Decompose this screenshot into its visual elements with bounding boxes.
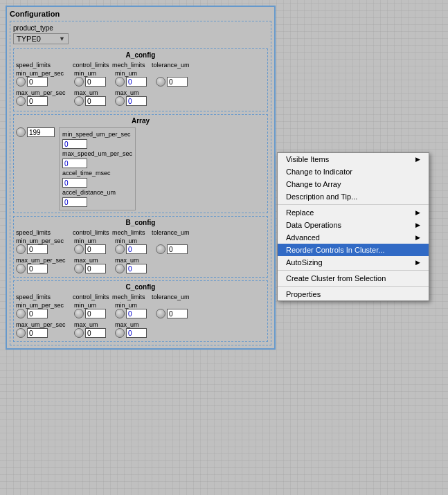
a-mech-min-group (115, 77, 147, 87)
a-speed-min-col: min_um_per_sec (16, 70, 71, 88)
c-config-headers: speed_limits control_limits mech_limits … (16, 294, 265, 300)
product-type-dropdown[interactable]: TYPE0 ▼ (13, 33, 69, 44)
menu-separator-1 (278, 204, 429, 205)
config-outer: product_type TYPE0 ▼ A_config speed_limi… (10, 21, 271, 345)
menu-item-advanced[interactable]: Advanced ▶ (278, 231, 429, 244)
c-ctrl-header: control_limits (73, 294, 111, 300)
a-tol-input[interactable] (167, 77, 188, 87)
a-max-row: max_um_per_sec max_um max_um (16, 89, 265, 107)
a-speed-min-group (16, 77, 48, 87)
menu-item-properties[interactable]: Properties (278, 288, 429, 300)
a-ctrl-max-input[interactable] (85, 96, 106, 106)
menu-item-data-operations[interactable]: Data Operations ▶ (278, 219, 429, 231)
a-speed-max-col: max_um_per_sec (16, 89, 71, 107)
knob-icon (74, 309, 84, 318)
c-ctrl-min-input[interactable] (85, 309, 106, 318)
knob-icon (74, 244, 84, 254)
c-config-title: C_config (16, 283, 265, 291)
knob-icon (74, 96, 84, 106)
context-menu: Visible Items ▶ Change to Indicator Chan… (277, 152, 429, 301)
menu-item-change-indicator[interactable]: Change to Indicator (278, 165, 429, 178)
max-speed-label: max_speed_um_per_sec (62, 150, 132, 157)
submenu-arrow-icon: ▶ (415, 156, 420, 163)
menu-separator-3 (278, 286, 429, 287)
b-ctrl-header: control_limits (73, 229, 111, 236)
b-mech-header: mech_limits (112, 229, 150, 236)
c-speed-min-input[interactable] (27, 309, 48, 318)
accel-time-input[interactable] (62, 178, 87, 188)
menu-item-description[interactable]: Description and Tip... (278, 190, 429, 203)
array-title: Array (16, 117, 265, 125)
c-mech-max-input[interactable] (126, 328, 147, 338)
array-index-input[interactable] (27, 127, 55, 137)
menu-item-create-cluster[interactable]: Create Cluster from Selection (278, 272, 429, 285)
knob-icon (115, 244, 125, 254)
dropdown-arrow-icon: ▼ (59, 35, 65, 42)
accel-time-label: accel_time_msec (62, 170, 132, 177)
b-speed-min-input[interactable] (27, 244, 48, 254)
b-min-row: min_um_per_sec min_um min_um (16, 237, 265, 255)
max-speed-input[interactable] (62, 159, 87, 168)
menu-item-change-array[interactable]: Change to Array (278, 178, 429, 190)
knob-icon (115, 77, 125, 87)
b-tol-input[interactable] (167, 244, 188, 254)
c-tol-header: tolerance_um (152, 294, 190, 300)
knob-icon (156, 309, 165, 318)
menu-separator-2 (278, 270, 429, 271)
tol-um-header: tolerance_um (152, 62, 190, 69)
knob-icon (16, 244, 26, 254)
mech-limits-header: mech_limits (112, 62, 150, 69)
knob-icon (16, 96, 26, 106)
a-config-section: A_config speed_limits control_limits mec… (13, 48, 268, 111)
c-mech-min-input[interactable] (126, 309, 147, 318)
b-tol-header: tolerance_um (152, 229, 190, 236)
knob-icon (16, 328, 26, 338)
knob-icon (115, 96, 125, 106)
a-ctrl-min-input[interactable] (85, 77, 106, 87)
c-speed-max-input[interactable] (27, 328, 48, 338)
c-min-row: min_um_per_sec min_um min_um (16, 302, 265, 320)
accel-dist-input[interactable] (62, 197, 87, 207)
a-ctrl-min-group (74, 77, 106, 87)
a-speed-min-input[interactable] (27, 77, 48, 87)
c-tol-input[interactable] (167, 309, 188, 318)
a-mech-max-group (115, 96, 147, 106)
c-ctrl-max-input[interactable] (85, 328, 106, 338)
array-index-box (16, 127, 55, 137)
submenu-arrow-icon: ▶ (415, 259, 420, 266)
b-config-section: B_config speed_limits control_limits mec… (13, 216, 268, 278)
menu-item-reorder-controls[interactable]: Reorder Controls In Cluster... (278, 244, 429, 256)
submenu-arrow-icon: ▶ (415, 209, 420, 216)
a-speed-max-input[interactable] (27, 96, 48, 106)
a-tol-group (156, 77, 188, 87)
submenu-arrow-icon: ▶ (415, 234, 420, 241)
submenu-arrow-icon: ▶ (415, 222, 420, 228)
menu-item-replace[interactable]: Replace ▶ (278, 206, 429, 219)
c-config-section: C_config speed_limits control_limits mec… (13, 280, 268, 342)
b-max-row: max_um_per_sec max_um max_um (16, 257, 265, 275)
b-speed-max-input[interactable] (27, 264, 48, 273)
array-inner: min_speed_um_per_sec max_speed_um_per_se… (16, 127, 265, 210)
a-config-title: A_config (16, 51, 265, 59)
min-speed-input[interactable] (62, 139, 87, 149)
b-ctrl-min-input[interactable] (85, 244, 106, 254)
a-mech-max-col: max_um (115, 89, 153, 107)
b-ctrl-max-input[interactable] (85, 264, 106, 273)
knob-icon (115, 264, 125, 273)
menu-item-visible-items[interactable]: Visible Items ▶ (278, 153, 429, 165)
a-mech-max-input[interactable] (126, 96, 147, 106)
b-mech-max-input[interactable] (126, 264, 147, 273)
knob-icon (16, 77, 26, 87)
b-mech-min-input[interactable] (126, 244, 147, 254)
menu-item-autosizing[interactable]: AutoSizing ▶ (278, 256, 429, 269)
a-mech-min-input[interactable] (126, 77, 147, 87)
c-speed-header: speed_limits (16, 294, 71, 300)
knob-icon (74, 264, 84, 273)
product-type-section: product_type TYPE0 ▼ (13, 24, 268, 44)
knob-icon (16, 264, 26, 273)
a-mech-min-col: min_um (115, 70, 153, 88)
array-fields: min_speed_um_per_sec max_speed_um_per_se… (59, 127, 136, 210)
main-panel: Configuration product_type TYPE0 ▼ A_con… (6, 6, 276, 350)
speed-limits-header: speed_limits (16, 62, 71, 69)
min-speed-label: min_speed_um_per_sec (62, 131, 132, 138)
